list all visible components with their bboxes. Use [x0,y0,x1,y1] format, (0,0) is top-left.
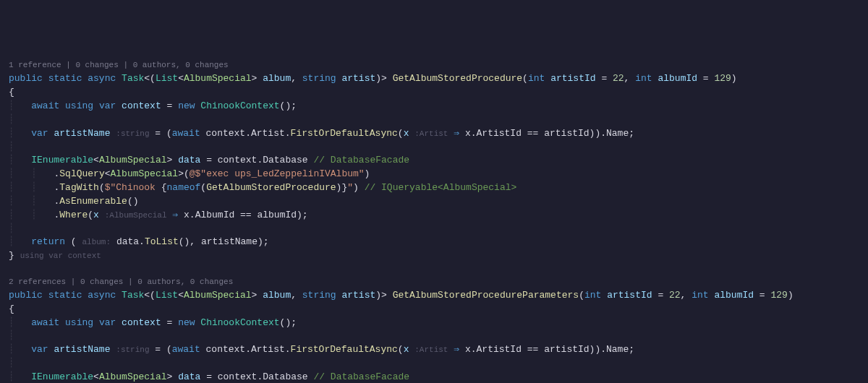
code-line: ┊ [9,330,859,343]
code-line: ┊ IEnumerable<AlbumSpecial> data = conte… [9,371,859,383]
code-line: { [9,86,859,100]
code-line: ┊ IEnumerable<AlbumSpecial> data = conte… [9,154,859,168]
code-line: public static async Task<(List<AlbumSpec… [9,289,859,303]
codelens-2[interactable]: 2 references | 0 changes | 0 authors, 0 … [9,277,859,288]
code-line: ┊ [9,113,859,127]
code-line: ┊ [9,141,859,155]
code-line: ┊ [9,357,859,371]
code-line: ┊ await using var context = new ChinookC… [9,317,859,330]
code-line: ┊ ┊ .SqlQuery<AlbumSpecial>(@$"exec ups_… [9,168,859,181]
code-line: ┊ return ( album: data.ToList(), artistN… [9,236,859,249]
code-line [9,263,859,277]
code-line: ┊ var artistName :string = (await contex… [9,343,859,357]
code-line: ┊ ┊ .Where(x :AlbumSpecial ⇒ x.AlbumId =… [9,209,859,223]
code-line: ┊ var artistName :string = (await contex… [9,127,859,141]
code-line: } using var context [9,249,859,263]
codelens-1[interactable]: 1 reference | 0 changes | 0 authors, 0 c… [9,60,859,72]
code-line: ┊ await using var context = new ChinookC… [9,100,859,113]
code-line: { [9,303,859,317]
code-line: public static async Task<(List<AlbumSpec… [9,72,859,86]
code-line: ┊ [9,223,859,236]
code-editor[interactable]: 1 reference | 0 changes | 0 authors, 0 c… [9,60,859,383]
code-line: ┊ ┊ .AsEnumerable() [9,195,859,209]
code-line: ┊ ┊ .TagWith($"Chinook {nameof(GetAlbumS… [9,181,859,195]
